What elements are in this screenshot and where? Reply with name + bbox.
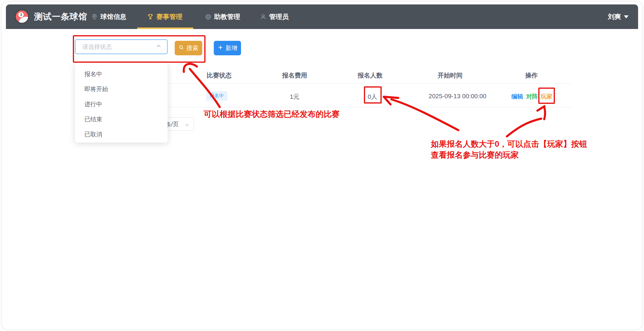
search-icon bbox=[179, 45, 184, 52]
annotation-note-player-line1: 如果报名人数大于0，可以点击【玩家】按钮 bbox=[431, 139, 587, 150]
ball-number: 3 bbox=[18, 12, 24, 17]
tab-label: 管理员 bbox=[269, 12, 289, 21]
option-in-progress[interactable]: 进行中 bbox=[75, 97, 168, 112]
add-button[interactable]: 新增 bbox=[214, 41, 241, 55]
annotation-note-player-line2: 查看报名参与比赛的玩家 bbox=[431, 150, 587, 161]
location-pin-icon bbox=[91, 14, 98, 20]
edit-action-link[interactable]: 编辑 bbox=[511, 93, 523, 101]
search-button-label: 搜索 bbox=[187, 44, 198, 52]
matchup-action-link[interactable]: 对阵 bbox=[526, 93, 538, 101]
column-header-players: 报名人数 bbox=[358, 71, 383, 80]
status-select-placeholder: 请选择状态 bbox=[82, 43, 112, 51]
annotation-note-filter: 可以根据比赛状态筛选已经发布的比赛 bbox=[204, 109, 340, 120]
venue-title: 测试一条球馆 bbox=[34, 4, 87, 29]
tab-label: 助教管理 bbox=[214, 12, 240, 21]
chevron-up-icon bbox=[156, 43, 162, 50]
target-icon bbox=[205, 14, 211, 20]
column-header-actions: 操作 bbox=[525, 71, 538, 80]
option-registering[interactable]: 报名中 bbox=[75, 67, 168, 82]
tab-label: 球馆信息 bbox=[100, 12, 126, 21]
username: 刘爽 bbox=[608, 12, 621, 21]
start-time-cell: 2025-09-13 00:00:00 bbox=[429, 93, 486, 100]
column-header-fee: 报名费用 bbox=[282, 71, 307, 80]
caret-down-icon bbox=[624, 15, 629, 18]
chevron-down-icon bbox=[184, 122, 189, 129]
plus-icon bbox=[218, 45, 223, 52]
user-icon bbox=[260, 14, 266, 20]
page: 3 测试一条球馆 球馆信息 bbox=[0, 0, 644, 331]
tab-assistant-management[interactable]: 助教管理 bbox=[205, 4, 240, 29]
search-button[interactable]: 搜索 bbox=[175, 41, 202, 55]
option-upcoming[interactable]: 即将开始 bbox=[75, 82, 168, 97]
fee-cell: 1元 bbox=[290, 93, 300, 101]
option-cancelled[interactable]: 已取消 bbox=[75, 127, 168, 142]
column-header-status: 比赛状态 bbox=[207, 71, 232, 80]
column-header-start-time: 开始时间 bbox=[438, 71, 462, 80]
user-menu[interactable]: 刘爽 bbox=[608, 4, 629, 29]
billiard-ball-logo-icon: 3 bbox=[15, 9, 29, 24]
status-select[interactable]: 请选择状态 bbox=[75, 39, 168, 54]
tab-event-management[interactable]: 赛事管理 bbox=[147, 4, 182, 29]
status-badge: 报名中 bbox=[206, 91, 227, 101]
option-finished[interactable]: 已结束 bbox=[75, 112, 168, 127]
add-button-label: 新增 bbox=[226, 44, 237, 52]
tab-venue-info[interactable]: 球馆信息 bbox=[91, 4, 126, 29]
players-cell: 0人 bbox=[368, 93, 378, 101]
tab-admin[interactable]: 管理员 bbox=[260, 4, 289, 29]
trophy-icon bbox=[147, 14, 154, 20]
tab-label: 赛事管理 bbox=[156, 12, 182, 21]
status-dropdown-panel: 报名中 即将开始 进行中 已结束 已取消 bbox=[75, 63, 168, 143]
active-tab-underline bbox=[137, 28, 193, 29]
annotation-note-player: 如果报名人数大于0，可以点击【玩家】按钮 查看报名参与比赛的玩家 bbox=[431, 139, 587, 161]
player-action-link[interactable]: 玩家 bbox=[541, 93, 553, 101]
top-navbar: 3 测试一条球馆 球馆信息 bbox=[6, 4, 638, 29]
